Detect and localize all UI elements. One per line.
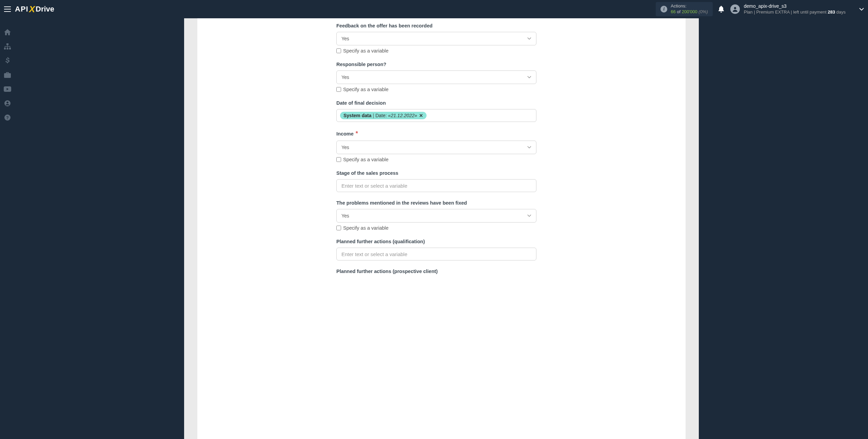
checkbox-input[interactable] — [336, 226, 341, 230]
field-planned-qualification: Planned further actions (qualification) … — [336, 239, 536, 260]
logo[interactable]: API X Drive — [15, 4, 54, 15]
logo-x-icon: X — [29, 4, 35, 15]
label-responsible: Responsible person? — [336, 62, 536, 67]
label-stage: Stage of the sales process — [336, 170, 536, 176]
svg-point-0 — [734, 7, 736, 9]
plan-days-suffix: days — [836, 9, 846, 15]
sidebar: ? — [0, 18, 15, 439]
field-income: Income * Yes Specify as a variable — [336, 130, 536, 162]
actions-label: Actions: — [671, 3, 708, 9]
chevron-down-icon — [527, 37, 531, 40]
plan-days-num: 283 — [828, 9, 835, 15]
select-value: Yes — [341, 145, 349, 150]
label-problems-fixed: The problems mentioned in the reviews ha… — [336, 200, 536, 206]
variable-tag: System data | Date: «21.12.2022» ✕ — [340, 112, 427, 119]
form-card: Feedback on the offer has been recorded … — [197, 18, 686, 439]
tag-sep: | — [373, 113, 374, 118]
nav-help-icon[interactable]: ? — [0, 110, 15, 125]
actions-counter[interactable]: i Actions: 66 of 200'000 (0%) — [656, 2, 713, 16]
field-date-decision: Date of final decision System data | Dat… — [336, 100, 536, 122]
tag-label: Date: — [375, 113, 387, 118]
field-planned-prospective: Planned further actions (prospective cli… — [336, 269, 536, 274]
label-feedback: Feedback on the offer has been recorded — [336, 23, 536, 28]
field-responsible: Responsible person? Yes Specify as a var… — [336, 62, 536, 92]
checkbox-feedback-variable[interactable]: Specify as a variable — [336, 48, 536, 54]
info-icon: i — [660, 6, 667, 13]
actions-pct: (0%) — [698, 9, 708, 14]
svg-rect-3 — [7, 48, 8, 49]
checkbox-problems-variable[interactable]: Specify as a variable — [336, 225, 536, 231]
label-income-text: Income — [336, 131, 354, 137]
avatar-icon[interactable] — [730, 4, 740, 14]
nav-briefcase-icon[interactable] — [0, 68, 15, 82]
actions-total: 200'000 — [682, 9, 697, 14]
actions-count: 66 — [671, 9, 675, 14]
plan-sep: | — [791, 9, 792, 15]
input-planned-qualification[interactable]: Enter text or select a variable — [336, 248, 536, 260]
select-feedback[interactable]: Yes — [336, 32, 536, 45]
topbar: API X Drive i Actions: 66 of 200'000 (0%… — [0, 0, 868, 18]
select-value: Yes — [341, 213, 349, 218]
label-planned-qualification: Planned further actions (qualification) — [336, 239, 536, 244]
checkbox-input[interactable] — [336, 48, 341, 53]
actions-of: of — [677, 9, 680, 14]
actions-text: Actions: 66 of 200'000 (0%) — [671, 3, 708, 15]
input-date-decision[interactable]: System data | Date: «21.12.2022» ✕ — [336, 109, 536, 122]
select-value: Yes — [341, 36, 349, 41]
svg-rect-1 — [6, 43, 8, 45]
nav-home-icon[interactable] — [0, 25, 15, 39]
chevron-down-icon — [527, 214, 531, 217]
label-income: Income * — [336, 130, 536, 137]
nav-billing-icon[interactable] — [0, 54, 15, 68]
user-chevron-down-icon[interactable] — [859, 8, 864, 11]
tag-key: System data — [343, 113, 371, 118]
logo-api: API — [15, 5, 28, 14]
checkbox-label: Specify as a variable — [343, 48, 389, 54]
select-value: Yes — [341, 75, 349, 80]
svg-text:?: ? — [6, 116, 8, 120]
select-responsible[interactable]: Yes — [336, 70, 536, 84]
hamburger-menu-icon[interactable] — [4, 6, 11, 12]
logo-drive: Drive — [36, 5, 54, 14]
checkbox-input[interactable] — [336, 157, 341, 162]
svg-rect-2 — [4, 48, 6, 49]
label-planned-prospective: Planned further actions (prospective cli… — [336, 269, 536, 274]
tag-remove-icon[interactable]: ✕ — [419, 113, 423, 118]
nav-sitemap-icon[interactable] — [0, 39, 15, 54]
input-stage[interactable]: Enter text or select a variable — [336, 179, 536, 192]
checkbox-income-variable[interactable]: Specify as a variable — [336, 157, 536, 162]
svg-rect-4 — [9, 48, 11, 49]
select-income[interactable]: Yes — [336, 141, 536, 154]
placeholder: Enter text or select a variable — [340, 183, 407, 189]
checkbox-responsible-variable[interactable]: Specify as a variable — [336, 87, 536, 92]
user-block: demo_apix-drive_s3 Plan | Premium EXTRA … — [744, 3, 846, 15]
placeholder: Enter text or select a variable — [340, 251, 407, 257]
user-name: demo_apix-drive_s3 — [744, 3, 846, 9]
nav-youtube-icon[interactable] — [0, 82, 15, 96]
nav-user-icon[interactable] — [0, 96, 15, 110]
field-feedback: Feedback on the offer has been recorded … — [336, 23, 536, 54]
svg-point-7 — [6, 102, 8, 104]
bell-icon[interactable] — [718, 6, 724, 13]
checkbox-input[interactable] — [336, 87, 341, 92]
plan-left: left until payment — [793, 9, 826, 15]
select-problems-fixed[interactable]: Yes — [336, 209, 536, 223]
label-date-decision: Date of final decision — [336, 100, 536, 106]
chevron-down-icon — [527, 146, 531, 149]
field-stage: Stage of the sales process Enter text or… — [336, 170, 536, 192]
checkbox-label: Specify as a variable — [343, 87, 389, 92]
required-star-icon: * — [356, 130, 358, 137]
chevron-down-icon — [527, 76, 531, 79]
checkbox-label: Specify as a variable — [343, 225, 389, 231]
field-problems-fixed: The problems mentioned in the reviews ha… — [336, 200, 536, 231]
plan-prefix: Plan | — [744, 9, 755, 15]
tag-value: «21.12.2022» — [388, 113, 417, 118]
plan-name: Premium EXTRA — [756, 9, 789, 15]
checkbox-label: Specify as a variable — [343, 157, 389, 162]
